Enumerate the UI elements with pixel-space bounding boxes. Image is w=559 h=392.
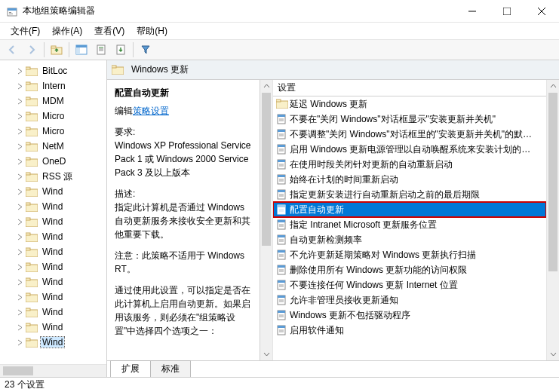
expand-icon[interactable] bbox=[15, 187, 24, 196]
tree-item[interactable]: Micro bbox=[0, 109, 106, 124]
expand-icon[interactable] bbox=[15, 81, 24, 90]
properties-button[interactable] bbox=[92, 41, 110, 58]
tree-item[interactable]: Wind bbox=[0, 199, 106, 214]
list-row[interactable]: 不要连接任何 Windows 更新 Internet 位置 bbox=[273, 277, 546, 292]
tree-item[interactable]: Wind bbox=[0, 274, 106, 289]
tree-item[interactable]: Wind bbox=[0, 214, 106, 229]
tree-item[interactable]: Wind bbox=[0, 229, 106, 244]
tree-item[interactable]: Wind bbox=[0, 244, 106, 259]
description-text: 指定此计算机是否通过 Windows 自动更新服务来接收安全更新和其他重要下载。 bbox=[115, 202, 250, 240]
settings-list[interactable]: 延迟 Windows 更新不要在"关闭 Windows"对话框显示"安装更新并关… bbox=[273, 96, 546, 360]
maximize-button[interactable] bbox=[490, 0, 524, 23]
tree-item-label: Wind bbox=[41, 186, 64, 197]
tree-item[interactable]: Intern bbox=[0, 78, 106, 93]
svg-rect-93 bbox=[278, 235, 285, 237]
svg-rect-45 bbox=[26, 263, 30, 265]
list-row[interactable]: 不要在"关闭 Windows"对话框显示"安装更新并关机" bbox=[273, 112, 546, 127]
folder-icon bbox=[26, 202, 38, 212]
expand-icon[interactable] bbox=[15, 247, 24, 256]
expand-icon[interactable] bbox=[15, 338, 24, 347]
list-row[interactable]: 不允许更新延期策略对 Windows 更新执行扫描 bbox=[273, 247, 546, 262]
list-row[interactable]: 允许非管理员接收更新通知 bbox=[273, 292, 546, 308]
list-row[interactable]: 不要调整"关闭 Windows"对话框里的"安装更新并关机"的默… bbox=[273, 127, 546, 142]
svg-rect-117 bbox=[278, 326, 285, 328]
tree-item-label: Wind bbox=[41, 201, 64, 212]
list-item-label: 允许非管理员接收更新通知 bbox=[290, 294, 398, 307]
list-row[interactable]: Windows 更新不包括驱动程序 bbox=[273, 308, 546, 323]
desc-v-scrollbar[interactable] bbox=[260, 80, 273, 360]
filter-button[interactable] bbox=[137, 41, 155, 58]
svg-rect-55 bbox=[26, 338, 30, 341]
tree-item[interactable]: Micro bbox=[0, 124, 106, 139]
list-row[interactable]: 启用软件通知 bbox=[273, 323, 546, 338]
tree-h-scrollbar[interactable] bbox=[0, 364, 106, 377]
tree-item[interactable]: Wind bbox=[0, 320, 106, 335]
expand-icon[interactable] bbox=[15, 96, 24, 106]
back-button[interactable] bbox=[3, 41, 21, 58]
setting-heading: 配置自动更新 bbox=[115, 86, 252, 100]
tree-item[interactable]: MDM bbox=[0, 93, 106, 109]
content-header-title: Windows 更新 bbox=[131, 63, 189, 76]
tree-item[interactable]: Wind bbox=[0, 289, 106, 305]
menu-action[interactable]: 操作(A) bbox=[46, 23, 88, 39]
minimize-button[interactable] bbox=[455, 0, 490, 23]
list-row[interactable]: 指定 Intranet Microsoft 更新服务位置 bbox=[273, 217, 546, 232]
export-button[interactable] bbox=[112, 41, 130, 58]
expand-icon[interactable] bbox=[15, 112, 24, 121]
expand-icon[interactable] bbox=[15, 202, 24, 211]
list-row[interactable]: 自动更新检测频率 bbox=[273, 232, 546, 247]
menu-help[interactable]: 帮助(H) bbox=[131, 23, 174, 39]
show-hide-tree-button[interactable] bbox=[72, 41, 91, 58]
tree[interactable]: BitLocInternMDMMicroMicroNetMOneDRSS 源Wi… bbox=[0, 60, 106, 364]
expand-icon[interactable] bbox=[15, 142, 24, 151]
list-row[interactable]: 延迟 Windows 更新 bbox=[273, 96, 546, 112]
forward-button[interactable] bbox=[23, 41, 41, 58]
tree-item[interactable]: Wind bbox=[0, 259, 106, 274]
svg-rect-3 bbox=[9, 14, 13, 14]
tab-standard[interactable]: 标准 bbox=[150, 360, 191, 377]
tree-item[interactable]: Wind bbox=[0, 184, 106, 199]
expand-icon[interactable] bbox=[15, 217, 24, 226]
expand-icon[interactable] bbox=[15, 66, 24, 75]
expand-icon[interactable] bbox=[15, 127, 24, 136]
tab-extended[interactable]: 扩展 bbox=[110, 360, 151, 377]
tree-item[interactable]: NetM bbox=[0, 139, 106, 154]
edit-policy-link[interactable]: 策略设置 bbox=[133, 106, 169, 116]
list-row[interactable]: 始终在计划的时间重新启动 bbox=[273, 172, 546, 187]
setting-icon bbox=[276, 250, 287, 260]
tree-item[interactable]: Wind bbox=[0, 335, 106, 350]
tree-item[interactable]: OneD bbox=[0, 154, 106, 169]
expand-icon[interactable] bbox=[15, 308, 24, 317]
list-row[interactable]: 启用 Windows 更新电源管理以自动唤醒系统来安装计划的… bbox=[273, 142, 546, 157]
tree-item-label: Wind bbox=[41, 292, 64, 302]
list-v-scrollbar[interactable] bbox=[546, 80, 559, 360]
expand-icon[interactable] bbox=[15, 277, 24, 286]
svg-rect-27 bbox=[26, 127, 30, 130]
list-row[interactable]: 配置自动更新 bbox=[273, 202, 546, 217]
svg-rect-113 bbox=[278, 311, 285, 313]
svg-rect-97 bbox=[278, 250, 285, 253]
list-row[interactable]: 在使用时段关闭针对更新的自动重新启动 bbox=[273, 157, 546, 172]
list-row[interactable]: 指定更新安装进行自动重新启动之前的最后期限 bbox=[273, 187, 546, 202]
tree-item[interactable]: RSS 源 bbox=[0, 169, 106, 184]
svg-rect-19 bbox=[26, 67, 30, 69]
expand-icon[interactable] bbox=[15, 292, 24, 302]
tree-pane: BitLocInternMDMMicroMicroNetMOneDRSS 源Wi… bbox=[0, 60, 107, 377]
expand-icon[interactable] bbox=[15, 157, 24, 166]
menu-file[interactable]: 文件(F) bbox=[5, 23, 46, 39]
folder-icon bbox=[26, 292, 38, 302]
list-row[interactable]: 删除使用所有 Windows 更新功能的访问权限 bbox=[273, 262, 546, 277]
column-header-setting[interactable]: 设置 bbox=[273, 80, 546, 96]
expand-icon[interactable] bbox=[15, 323, 24, 332]
tree-item[interactable]: BitLoc bbox=[0, 63, 106, 78]
expand-icon[interactable] bbox=[15, 262, 24, 271]
expand-icon[interactable] bbox=[15, 172, 24, 181]
statusbar: 23 个设置 bbox=[0, 377, 559, 392]
folder-icon bbox=[26, 66, 38, 76]
up-button[interactable] bbox=[48, 41, 66, 58]
expand-icon[interactable] bbox=[15, 232, 24, 241]
svg-rect-39 bbox=[26, 218, 30, 220]
tree-item[interactable]: Wind bbox=[0, 305, 106, 320]
menu-view[interactable]: 查看(V) bbox=[88, 23, 131, 39]
close-button[interactable] bbox=[524, 0, 559, 23]
